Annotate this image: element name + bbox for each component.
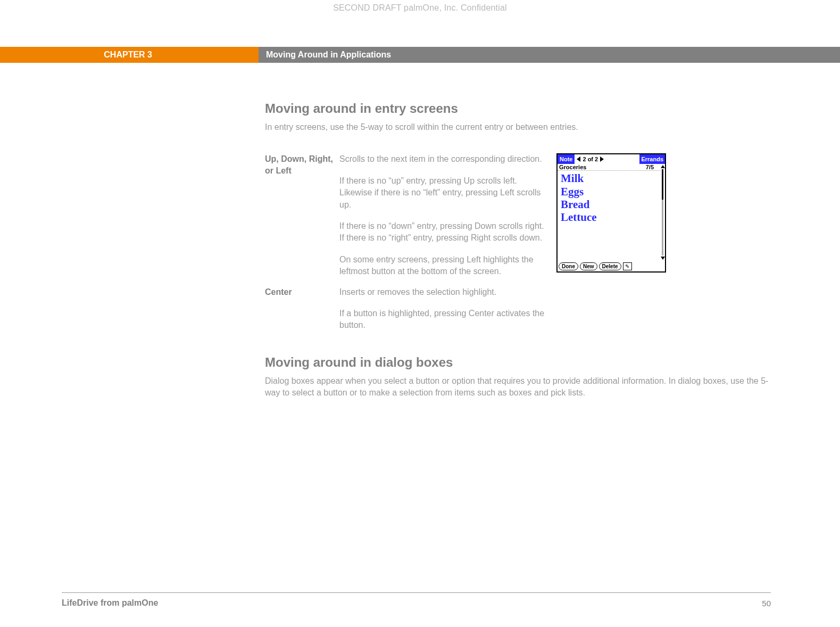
chapter-title: Moving Around in Applications xyxy=(259,47,840,63)
section-intro-dialog-boxes: Dialog boxes appear when you select a bu… xyxy=(265,375,771,399)
footer-rule xyxy=(62,592,771,593)
chapter-header: CHAPTER 3 Moving Around in Applications xyxy=(0,47,840,63)
entry-para: Scrolls to the next item in the correspo… xyxy=(339,153,547,165)
note-counter: 2 of 2 xyxy=(583,156,598,162)
prev-note-icon[interactable] xyxy=(577,156,580,162)
confidential-watermark: SECOND DRAFT palmOne, Inc. Confidential xyxy=(0,3,840,13)
section-heading-entry-screens: Moving around in entry screens xyxy=(265,101,771,116)
palm-screenshot: Note 2 of 2 Errands Groceries 7/5 Milk E… xyxy=(556,153,666,273)
next-note-icon[interactable] xyxy=(600,156,604,162)
entry-para: If there is no “down” entry, pressing Do… xyxy=(339,220,547,244)
entry-row: Center Inserts or removes the selection … xyxy=(265,286,547,332)
category-label[interactable]: Errands xyxy=(639,154,665,164)
section-intro-entry-screens: In entry screens, use the 5-way to scrol… xyxy=(265,121,771,133)
delete-button[interactable]: Delete xyxy=(599,262,621,270)
new-button[interactable]: New xyxy=(580,262,597,270)
list-item: Milk xyxy=(561,172,662,185)
pen-icon[interactable]: ✎ xyxy=(623,262,632,270)
list-item: Lettuce xyxy=(561,211,662,224)
entry-label-directional: Up, Down, Right, or Left xyxy=(265,153,339,176)
scrollbar[interactable] xyxy=(661,165,664,260)
note-title: Groceries xyxy=(559,164,586,170)
entry-para: If there is no “up” entry, pressing Up s… xyxy=(339,175,547,211)
entry-para: On some entry screens, pressing Left hig… xyxy=(339,254,547,278)
entry-text-directional: Scrolls to the next item in the correspo… xyxy=(339,153,547,277)
note-date: 7/5 xyxy=(646,164,654,170)
entry-row: Up, Down, Right, or Left Scrolls to the … xyxy=(265,153,547,277)
list-item: Bread xyxy=(561,198,662,211)
entry-para: If a button is highlighted, pressing Cen… xyxy=(339,308,547,332)
entry-label-center: Center xyxy=(265,286,339,298)
footer-product: LifeDrive from palmOne xyxy=(62,598,158,608)
footer-page-number: 50 xyxy=(762,599,771,608)
done-button[interactable]: Done xyxy=(559,262,578,270)
chapter-number: CHAPTER 3 xyxy=(0,47,259,63)
app-title: Note xyxy=(558,154,575,164)
list-item: Eggs xyxy=(561,185,662,198)
section-heading-dialog-boxes: Moving around in dialog boxes xyxy=(265,355,771,370)
entry-text-center: Inserts or removes the selection highlig… xyxy=(339,286,547,332)
entry-para: Inserts or removes the selection highlig… xyxy=(339,286,547,298)
note-body[interactable]: Milk Eggs Bread Lettuce xyxy=(558,171,665,225)
